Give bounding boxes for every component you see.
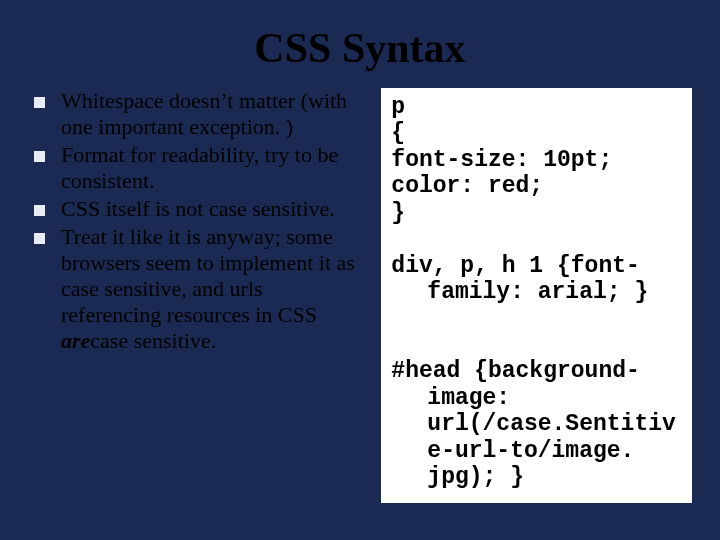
bullet-text: Whitespace doesn’t matter (with one impo… — [61, 88, 365, 140]
square-bullet-icon — [34, 233, 45, 244]
right-column: p { font-size: 10pt;color: red;} div, p,… — [381, 88, 692, 503]
list-item: Whitespace doesn’t matter (with one impo… — [34, 88, 365, 140]
page-title: CSS Syntax — [28, 24, 692, 72]
code-line: { — [391, 120, 405, 146]
columns: Whitespace doesn’t matter (with one impo… — [28, 88, 692, 503]
code-line: #head {background-image: url(/case.Senti… — [391, 358, 682, 490]
square-bullet-icon — [34, 151, 45, 162]
slide: CSS Syntax Whitespace doesn’t matter (wi… — [0, 0, 720, 540]
code-line: p — [391, 94, 405, 120]
code-block: p { font-size: 10pt;color: red;} div, p,… — [381, 88, 692, 503]
list-item: Format for readability, try to be consis… — [34, 142, 365, 194]
bullet-pre: Treat it like it is anyway; some browser… — [61, 224, 355, 327]
bullet-post: case sensitive. — [90, 328, 216, 353]
bullet-text: Format for readability, try to be consis… — [61, 142, 365, 194]
list-item: Treat it like it is anyway; some browser… — [34, 224, 365, 354]
code-line: font-size: 10pt; — [391, 147, 682, 173]
code-line: color: red; — [391, 173, 682, 199]
bullet-text: Treat it like it is anyway; some browser… — [61, 224, 365, 354]
square-bullet-icon — [34, 97, 45, 108]
bullet-list: Whitespace doesn’t matter (with one impo… — [28, 88, 371, 354]
left-column: Whitespace doesn’t matter (with one impo… — [28, 88, 371, 503]
code-line: } — [391, 200, 405, 226]
square-bullet-icon — [34, 205, 45, 216]
bullet-text: CSS itself is not case sensitive. — [61, 196, 335, 222]
bullet-em: are — [61, 328, 90, 353]
list-item: CSS itself is not case sensitive. — [34, 196, 365, 222]
code-line: div, p, h 1 {font-family: arial; } — [391, 253, 682, 306]
